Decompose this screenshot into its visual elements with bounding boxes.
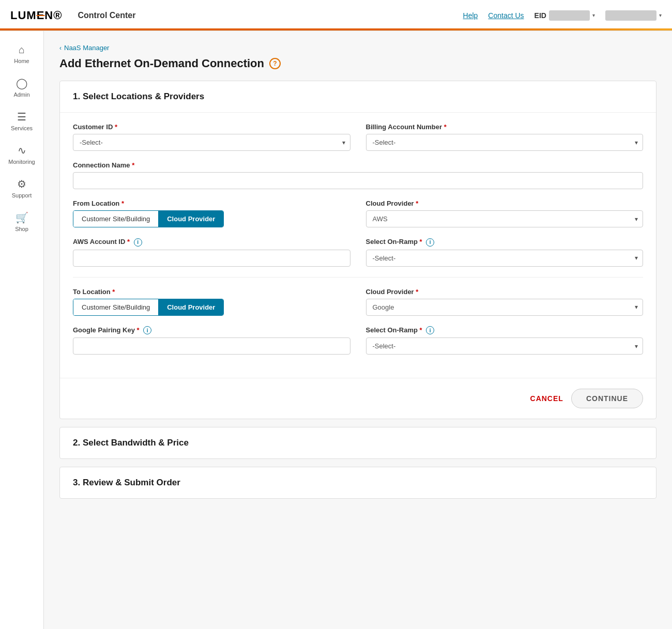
to-on-ramp-required: * (420, 326, 422, 334)
from-cloud-required: * (416, 200, 418, 207)
from-on-ramp-group: Select On-Ramp * i -Select- ▾ (366, 238, 644, 267)
step1-form: Customer ID * -Select- ▾ Billing Acco (60, 112, 656, 378)
top-navigation: LUMEN® Control Center Help Contact Us EI… (0, 0, 672, 31)
from-on-ramp-info-icon[interactable]: i (426, 238, 434, 247)
billing-account-group: Billing Account Number * -Select- ▾ (366, 123, 644, 151)
user-value: •••••••••••• (605, 10, 656, 21)
form-row-6: Google Pairing Key * i Select On-Ramp * … (73, 326, 643, 355)
sidebar-services-label: Services (11, 125, 33, 131)
step3-card: 3. Review & Submit Order (59, 467, 656, 499)
step1-header: 1. Select Locations & Providers (60, 81, 656, 112)
contact-us-link[interactable]: Contact Us (488, 11, 524, 20)
from-location-toggle: Customer Site/Building Cloud Provider (73, 210, 224, 227)
aws-account-label: AWS Account ID * i (73, 238, 350, 247)
to-cloud-required: * (416, 288, 418, 296)
from-location-group: From Location * Customer Site/Building C… (73, 200, 350, 227)
step2-card: 2. Select Bandwidth & Price (59, 427, 656, 459)
nav-right: Help Contact Us EID •••••••• ▾ •••••••••… (463, 10, 662, 21)
sidebar-monitoring-label: Monitoring (8, 159, 35, 165)
from-on-ramp-label: Select On-Ramp * i (366, 238, 644, 247)
to-on-ramp-info-icon[interactable]: i (426, 326, 434, 334)
form-row-4: AWS Account ID * i Select On-Ramp * i (73, 238, 643, 267)
support-icon: ⚙ (17, 178, 26, 190)
google-pairing-label: Google Pairing Key * i (73, 326, 350, 335)
to-customer-site-btn[interactable]: Customer Site/Building (73, 299, 159, 315)
customer-id-required: * (115, 123, 117, 131)
eid-section: EID •••••••• ▾ (534, 10, 595, 21)
sidebar-home-label: Home (14, 58, 29, 64)
step1-card: 1. Select Locations & Providers Customer… (59, 81, 656, 419)
breadcrumb-naas-link[interactable]: NaaS Manager (64, 44, 109, 52)
google-pairing-group: Google Pairing Key * i (73, 326, 350, 355)
from-on-ramp-select-wrapper: -Select- ▾ (366, 250, 644, 267)
from-on-ramp-select[interactable]: -Select- (366, 250, 644, 267)
admin-icon: ◯ (16, 77, 27, 89)
eid-value: •••••••• (549, 10, 590, 21)
to-on-ramp-select[interactable]: -Select- (366, 337, 644, 355)
from-cloud-provider-btn[interactable]: Cloud Provider (159, 211, 223, 227)
form-row-2: Connection Name * (73, 161, 643, 189)
from-cloud-select[interactable]: AWS (366, 210, 644, 227)
continue-button[interactable]: CONTINUE (571, 389, 643, 408)
google-pairing-input[interactable] (73, 337, 350, 355)
customer-id-select[interactable]: -Select- (73, 134, 350, 151)
user-chevron[interactable]: ▾ (659, 12, 662, 18)
connection-name-input[interactable] (73, 172, 643, 189)
to-location-required: * (112, 288, 115, 296)
app-title: Control Center (78, 11, 135, 20)
to-location-group: To Location * Customer Site/Building Clo… (73, 288, 350, 316)
page-title-text: Add Ethernet On-Demand Connection (59, 57, 264, 70)
to-on-ramp-group: Select On-Ramp * i -Select- ▾ (366, 326, 644, 355)
customer-id-label: Customer ID * (73, 123, 350, 131)
shop-icon: 🛒 (16, 211, 28, 224)
form-divider (73, 277, 643, 278)
to-cloud-provider-group: Cloud Provider * Google ▾ (366, 288, 644, 316)
sidebar-item-monitoring[interactable]: ∿ Monitoring (1, 139, 42, 170)
to-on-ramp-select-wrapper: -Select- ▾ (366, 337, 644, 355)
sidebar-admin-label: Admin (13, 91, 29, 98)
step1-number: 1. (73, 91, 80, 101)
step3-title: 3. Review & Submit Order (73, 478, 643, 488)
sidebar-item-home[interactable]: ⌂ Home (1, 39, 42, 69)
sidebar-item-support[interactable]: ⚙ Support (1, 173, 42, 204)
from-cloud-select-wrapper: AWS ▾ (366, 210, 644, 227)
step3-number: 3. (73, 478, 80, 487)
help-link[interactable]: Help (463, 11, 478, 20)
from-on-ramp-required: * (420, 238, 422, 246)
from-customer-site-btn[interactable]: Customer Site/Building (73, 211, 159, 227)
google-required: * (137, 326, 140, 334)
aws-required: * (127, 238, 130, 246)
sidebar-support-label: Support (12, 192, 32, 198)
to-cloud-provider-label: Cloud Provider * (366, 288, 644, 296)
connection-name-label: Connection Name * (73, 161, 643, 169)
form-row-3: From Location * Customer Site/Building C… (73, 200, 643, 227)
sidebar-item-services[interactable]: ☰ Services (1, 105, 42, 136)
page-help-icon[interactable]: ? (269, 58, 281, 69)
customer-id-group: Customer ID * -Select- ▾ (73, 123, 350, 151)
billing-account-select[interactable]: -Select- (366, 134, 644, 151)
aws-info-icon[interactable]: i (134, 238, 142, 247)
page-title: Add Ethernet On-Demand Connection ? (59, 57, 656, 70)
sidebar-item-admin[interactable]: ◯ Admin (1, 72, 42, 103)
step2-label: Select Bandwidth & Price (83, 438, 189, 448)
home-icon: ⌂ (19, 44, 25, 56)
from-location-label: From Location * (73, 200, 350, 207)
sidebar-shop-label: Shop (15, 226, 28, 232)
sidebar: ⌂ Home ◯ Admin ☰ Services ∿ Monitoring ⚙… (0, 31, 44, 629)
google-info-icon[interactable]: i (143, 326, 151, 334)
connection-name-group: Connection Name * (73, 161, 643, 189)
breadcrumb-chevron: ‹ (59, 44, 62, 52)
form-row-1: Customer ID * -Select- ▾ Billing Acco (73, 123, 643, 151)
nav-color-bar (0, 28, 672, 30)
connection-name-required: * (132, 161, 134, 169)
from-cloud-provider-label: Cloud Provider * (366, 200, 644, 207)
to-cloud-select[interactable]: Google (366, 299, 644, 316)
to-cloud-select-wrapper: Google ▾ (366, 299, 644, 316)
services-icon: ☰ (17, 111, 26, 123)
cancel-button[interactable]: CANCEL (530, 394, 563, 403)
billing-account-label: Billing Account Number * (366, 123, 644, 131)
eid-chevron[interactable]: ▾ (592, 12, 595, 18)
to-cloud-provider-btn[interactable]: Cloud Provider (159, 299, 223, 315)
aws-account-input[interactable] (73, 250, 350, 267)
sidebar-item-shop[interactable]: 🛒 Shop (1, 206, 42, 237)
